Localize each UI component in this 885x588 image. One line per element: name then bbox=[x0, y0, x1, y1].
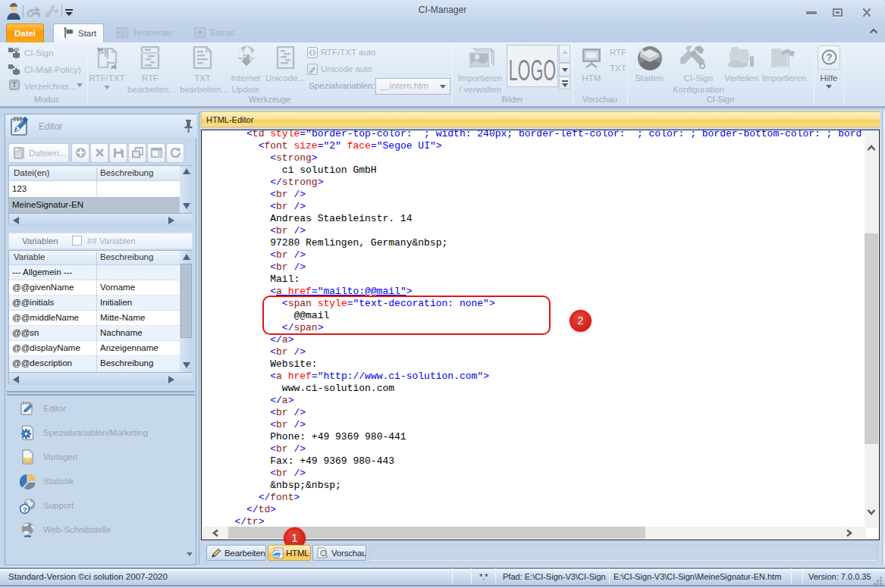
svg-text:?: ? bbox=[23, 505, 27, 514]
svg-text:?: ? bbox=[827, 52, 833, 63]
